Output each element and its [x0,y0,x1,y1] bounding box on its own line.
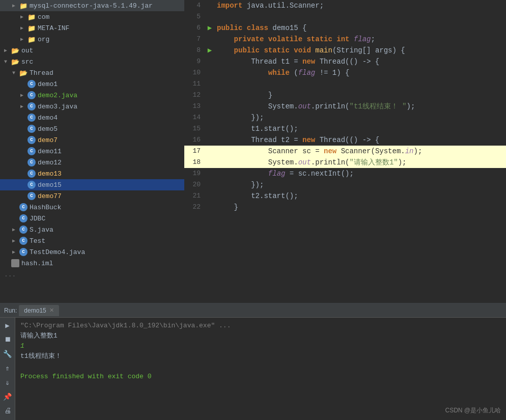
tree-label: S.java [30,226,53,234]
arrow-icon: ▶ [12,227,18,233]
wrench-button[interactable]: 🔧 [2,348,13,359]
java-icon: c [27,91,36,99]
pin-button[interactable]: 📌 [2,391,13,402]
arrow-icon [4,261,10,266]
tree-item-demo12[interactable]: c demo12 [0,157,184,168]
code-line-6: 6 ▶ public class demo15 { [184,22,506,34]
line-code: Thread t1 = new Thread(() -> { [215,56,506,67]
stop-button[interactable]: ⏹ [2,334,13,345]
line-number: 20 [184,179,205,190]
tree-item-test[interactable]: ▶ c Test [0,235,184,246]
tree-label: demo2.java [38,92,77,99]
tree-item-mysql-jar[interactable]: ▶ mysql-connector-java-5.1.49.jar [0,0,184,11]
tree-item-org[interactable]: ▶ org [0,34,184,45]
arrow-icon [12,216,18,221]
tree-item-demo4[interactable]: c demo4 [0,112,184,123]
arrow-icon: ▼ [12,70,18,76]
tree-label: demo77 [38,192,62,200]
arrow-icon: ▶ [12,3,18,9]
folder-icon [27,24,36,32]
tree-label: JDBC [30,215,45,222]
console-sidebar: ▶ ⏹ 🔧 ⇑ ⇓ 📌 🖨 [0,318,15,420]
tab-close-icon[interactable]: ✕ [49,307,54,314]
tree-label: demo1 [38,80,58,88]
java-icon: c [27,181,36,189]
code-line-16: 16 Thread t2 = new Thread(() -> { [184,134,506,146]
tree-item-demo2[interactable]: ▶ c demo2.java [0,90,184,101]
tree-label: demo3.java [38,103,77,110]
arrow-icon [20,115,26,121]
line-mark [205,101,215,112]
tree-label: demo4 [38,114,58,122]
line-mark [205,146,215,157]
tree-item-demo7[interactable]: c demo7 [0,134,184,146]
line-mark [205,56,215,67]
main-area: ▶ mysql-connector-java-5.1.49.jar ▶ com … [0,0,506,303]
tree-item-out[interactable]: ▶ out [0,45,184,56]
tree-item-demo77[interactable]: c demo77 [0,190,184,202]
line-mark [205,157,215,168]
tree-item-sjava[interactable]: ▶ c S.java [0,224,184,235]
tree-label: demo11 [38,148,62,155]
tree-item-com[interactable]: ▶ com [0,11,184,22]
attribution-label: CSDN @是小鱼儿哈 [445,406,501,415]
line-mark: ▶ [205,45,215,56]
code-line-10: 10 while (flag != 1) { [184,67,506,78]
line-mark [205,67,215,78]
arrow-icon: ▶ [20,36,26,42]
arrow-icon: ▶ [4,47,10,53]
scroll-up-button[interactable]: ⇑ [2,362,13,374]
arrow-icon [20,193,26,199]
tree-label: demo5 [38,125,58,133]
code-line-14: 14 }); [184,112,506,123]
java-icon: c [19,226,27,234]
console-line-6: Process finished with exit code 0 [20,372,501,382]
run-button[interactable]: ▶ [2,320,13,331]
tree-label: demo13 [38,170,62,178]
java-icon: c [27,192,36,200]
tree-item-hash-iml[interactable]: hash.iml [0,258,184,269]
java-icon: c [19,237,27,245]
file-tree: ▶ mysql-connector-java-5.1.49.jar ▶ com … [0,0,184,303]
tab-name: demo15 [24,307,46,314]
tree-item-jdbc[interactable]: c JDBC [0,213,184,224]
tree-item-hashbuck[interactable]: c HashBuck [0,202,184,213]
tree-item-thread[interactable]: ▼ Thread [0,67,184,78]
line-mark [205,112,215,123]
arrow-icon [20,171,26,177]
iml-icon [11,259,19,267]
line-code: t2.start(); [215,190,506,202]
tree-item-testdemo4[interactable]: ▶ c TestDemo4.java [0,246,184,258]
line-code: public class demo15 { [215,22,506,34]
code-line-18: 18 System.out.println("请输入整数1"); [184,157,506,168]
tree-item-demo3[interactable]: ▶ c demo3.java [0,101,184,112]
tree-item-src[interactable]: ▼ src [0,56,184,67]
line-code: }); [215,179,506,190]
arrow-icon: ▶ [20,92,26,98]
tree-item-demo1[interactable]: c demo1 [0,78,184,90]
code-line-5: 5 [184,11,506,22]
arrow-icon: ▶ [12,238,18,244]
print-button[interactable]: 🖨 [2,405,13,416]
java-icon: c [27,125,36,133]
code-line-19: 19 flag = sc.nextInt(); [184,168,506,179]
line-mark [205,168,215,179]
console-line-5 [20,361,501,372]
java-icon: c [27,170,36,178]
tree-item-meta-inf[interactable]: ▶ META-INF [0,22,184,34]
tree-item-demo13[interactable]: c demo13 [0,168,184,179]
scroll-down-button[interactable]: ⇓ [2,377,13,388]
bottom-tab-demo15[interactable]: demo15 ✕ [19,305,59,316]
code-editor[interactable]: 4 import java.util.Scanner; 5 6 ▶ public… [184,0,506,303]
tree-item-demo15[interactable]: c demo15 [0,179,184,190]
line-number: 13 [184,101,205,112]
code-line-9: 9 Thread t1 = new Thread(() -> { [184,56,506,67]
arrow-icon: ▶ [20,103,26,109]
java-icon: c [19,203,27,211]
folder-out-icon [11,47,19,54]
line-number: 21 [184,190,205,202]
tree-item-demo5[interactable]: c demo5 [0,123,184,134]
tree-item-demo11[interactable]: c demo11 [0,146,184,157]
code-line-21: 21 t2.start(); [184,190,506,202]
code-line-7: 7 private volatile static int flag; [184,34,506,45]
